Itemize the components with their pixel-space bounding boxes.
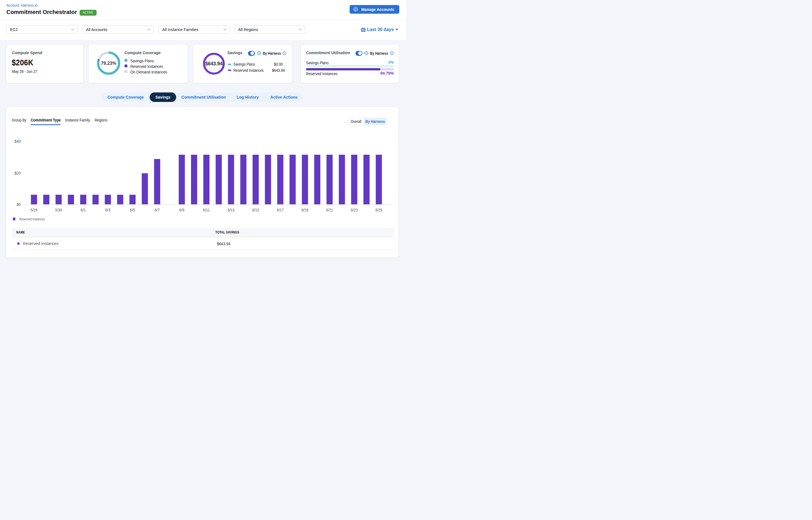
svg-text:6/13: 6/13 [228, 208, 235, 212]
svg-text:5/28: 5/28 [30, 208, 37, 212]
svg-text:6/19: 6/19 [302, 208, 309, 212]
svg-text:6/23: 6/23 [351, 208, 358, 212]
svg-text:$20: $20 [15, 171, 21, 175]
svg-text:$40: $40 [15, 139, 21, 144]
svg-text:6/9: 6/9 [179, 208, 185, 212]
svg-text:6/1: 6/1 [81, 208, 86, 212]
svg-text:6/15: 6/15 [252, 208, 259, 212]
svg-text:$0: $0 [17, 202, 21, 207]
svg-text:5/30: 5/30 [55, 208, 62, 212]
svg-text:6/7: 6/7 [155, 208, 160, 212]
svg-text:6/25: 6/25 [375, 208, 382, 212]
svg-text:6/11: 6/11 [203, 208, 210, 212]
svg-text:6/17: 6/17 [277, 208, 284, 212]
svg-text:6/3: 6/3 [105, 208, 111, 212]
svg-text:6/21: 6/21 [326, 208, 333, 212]
svg-text:6/5: 6/5 [130, 208, 135, 212]
